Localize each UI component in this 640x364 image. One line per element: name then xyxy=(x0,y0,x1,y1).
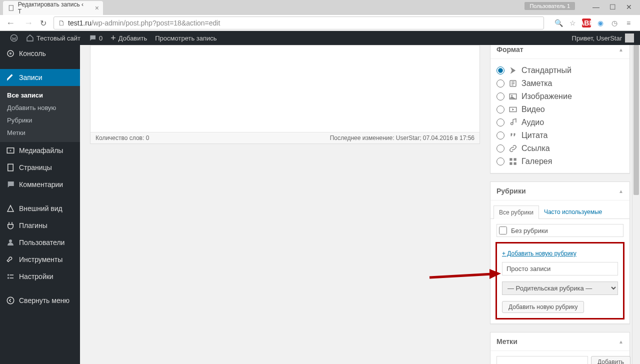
format-audio[interactable]: Аудио xyxy=(496,116,624,129)
tab-all-categories[interactable]: Все рубрики xyxy=(494,206,539,219)
sidebar-item-appearance[interactable]: Внешний вид xyxy=(0,200,80,217)
star-icon[interactable]: ☆ xyxy=(568,18,577,28)
sidebar-item-comments[interactable]: Комментарии xyxy=(0,176,80,193)
side-column: Формат▲ Стандартный Заметка Изображение … xyxy=(490,45,630,364)
categories-metabox: Рубрики▲ Все рубрики Часто используемые … xyxy=(490,182,630,324)
site-name[interactable]: Тестовый сайт xyxy=(22,31,84,45)
new-category-input[interactable] xyxy=(502,262,618,276)
format-title[interactable]: Формат▲ xyxy=(490,45,630,59)
abp-icon[interactable]: ABP xyxy=(582,18,591,28)
browser-chrome: Редактировать запись ‹ Т × Пользователь … xyxy=(0,0,640,31)
last-edit: Последнее изменение: UserStar; 07.04.201… xyxy=(330,134,474,142)
scrollbar-thumb[interactable] xyxy=(634,45,639,195)
submenu-categories[interactable]: Рубрики xyxy=(0,114,80,126)
tags-input[interactable] xyxy=(496,356,588,364)
vertical-scrollbar[interactable] xyxy=(632,45,640,364)
url-path: /wp-admin/post.php?post=18&action=edit xyxy=(92,19,220,27)
svg-rect-17 xyxy=(510,162,512,165)
svg-rect-0 xyxy=(9,6,13,10)
toggle-icon[interactable]: ▲ xyxy=(618,188,624,194)
svg-rect-15 xyxy=(510,158,512,160)
svg-rect-6 xyxy=(8,164,14,171)
svg-point-7 xyxy=(9,240,12,242)
add-category-panel: + Добавить новую рубрику — Родительская … xyxy=(496,242,624,320)
back-icon[interactable]: ← xyxy=(4,18,17,28)
zoom-icon[interactable]: 🔍 xyxy=(554,18,563,28)
forward-icon: → xyxy=(22,18,35,28)
format-link[interactable]: Ссылка xyxy=(496,142,624,155)
view-post[interactable]: Просмотреть запись xyxy=(151,31,220,45)
ext-globe-icon[interactable]: ◉ xyxy=(596,18,605,28)
toggle-icon[interactable]: ▲ xyxy=(618,47,624,52)
tab-frequent-categories[interactable]: Часто используемые xyxy=(539,206,607,219)
add-new[interactable]: +Добавить xyxy=(106,31,151,45)
svg-rect-8 xyxy=(8,274,9,276)
avatar-icon xyxy=(625,34,634,42)
format-gallery[interactable]: Галерея xyxy=(496,155,624,168)
submenu-add-new[interactable]: Добавить новую xyxy=(0,102,80,114)
extension-icons: 🔍 ☆ ABP ◉ ◷ ≡ xyxy=(551,18,636,28)
sidebar-item-users[interactable]: Пользователи xyxy=(0,234,80,251)
tags-metabox: Метки▲ Добавить xyxy=(490,332,630,364)
editor-box[interactable]: Количество слов: 0 Последнее изменение: … xyxy=(90,45,480,144)
tags-row: Добавить xyxy=(496,356,624,364)
format-standard[interactable]: Стандартный xyxy=(496,64,624,77)
svg-rect-9 xyxy=(8,278,9,279)
sidebar-item-tools[interactable]: Инструменты xyxy=(0,251,80,268)
submenu-tags[interactable]: Метки xyxy=(0,126,80,139)
sidebar-item-posts[interactable]: Записи xyxy=(0,69,80,86)
page-icon xyxy=(8,4,15,12)
admin-sidebar: Консоль Записи Все записи Добавить новую… xyxy=(0,45,80,364)
sidebar-collapse[interactable]: Свернуть меню xyxy=(0,292,80,309)
close-window-icon[interactable]: ✕ xyxy=(626,3,632,11)
format-quote[interactable]: Цитата xyxy=(496,129,624,142)
add-category-button[interactable]: Добавить новую рубрику xyxy=(502,301,584,313)
format-video[interactable]: Видео xyxy=(496,103,624,116)
reload-icon[interactable]: ↻ xyxy=(40,18,46,28)
url-bar[interactable]: 🗋 test1.ru/wp-admin/post.php?post=18&act… xyxy=(54,16,544,30)
wp-logo[interactable] xyxy=(6,31,22,45)
svg-rect-18 xyxy=(514,162,516,165)
comments-count[interactable]: 0 xyxy=(84,31,106,45)
minimize-icon[interactable]: — xyxy=(592,3,600,11)
svg-point-10 xyxy=(7,297,14,304)
format-aside[interactable]: Заметка xyxy=(496,77,624,90)
close-icon[interactable]: × xyxy=(95,4,99,12)
add-tag-button[interactable]: Добавить xyxy=(591,356,630,364)
sidebar-item-media[interactable]: Медиафайлы xyxy=(0,142,80,159)
sidebar-item-console[interactable]: Консоль xyxy=(0,45,80,62)
word-count: Количество слов: 0 xyxy=(96,134,149,142)
greeting-text: Привет, UserStar xyxy=(572,34,622,42)
svg-point-5 xyxy=(10,150,12,152)
user-badge[interactable]: Пользователь 1 xyxy=(524,2,575,10)
submenu-all-posts[interactable]: Все записи xyxy=(0,89,80,102)
category-uncategorized[interactable]: Без рубрики xyxy=(496,224,624,237)
add-category-link[interactable]: + Добавить новую рубрику xyxy=(502,250,576,257)
url-domain: test1.ru xyxy=(68,19,92,27)
sidebar-item-plugins[interactable]: Плагины xyxy=(0,217,80,234)
sidebar-item-settings[interactable]: Настройки xyxy=(0,268,80,285)
format-metabox: Формат▲ Стандартный Заметка Изображение … xyxy=(490,45,630,174)
editor-footer: Количество слов: 0 Последнее изменение: … xyxy=(90,132,480,144)
categories-title[interactable]: Рубрики▲ xyxy=(490,182,630,200)
browser-tab[interactable]: Редактировать запись ‹ Т × xyxy=(3,1,103,15)
tab-row: Редактировать запись ‹ Т × Пользователь … xyxy=(0,0,640,15)
account-section[interactable]: Привет, UserStar xyxy=(572,34,634,42)
maximize-icon[interactable]: ☐ xyxy=(610,3,616,11)
toggle-icon[interactable]: ▲ xyxy=(618,339,624,344)
menu-icon[interactable]: ≡ xyxy=(624,18,633,28)
format-image[interactable]: Изображение xyxy=(496,90,624,103)
ext-clock-icon[interactable]: ◷ xyxy=(610,18,619,28)
main-column: Количество слов: 0 Последнее изменение: … xyxy=(90,45,480,364)
nav-row: ← → ↻ 🗋 test1.ru/wp-admin/post.php?post=… xyxy=(0,15,640,31)
svg-point-2 xyxy=(10,52,12,55)
window-controls: — ☐ ✕ xyxy=(590,0,635,14)
content-area: Количество слов: 0 Последнее изменение: … xyxy=(80,45,640,364)
sidebar-submenu-posts: Все записи Добавить новую Рубрики Метки xyxy=(0,86,80,142)
svg-point-13 xyxy=(511,95,512,96)
doc-icon: 🗋 xyxy=(58,19,65,27)
sidebar-item-pages[interactable]: Страницы xyxy=(0,159,80,176)
tags-title[interactable]: Метки▲ xyxy=(490,332,630,351)
parent-category-select[interactable]: — Родительская рубрика — xyxy=(502,282,618,295)
wp-adminbar: Тестовый сайт 0 +Добавить Просмотреть за… xyxy=(0,31,640,45)
